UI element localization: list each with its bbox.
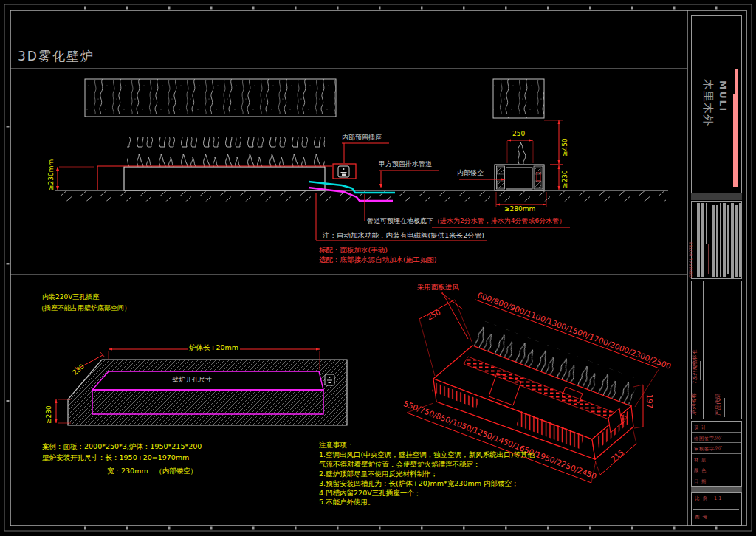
row-value: //// bbox=[714, 435, 721, 441]
pipe-note-red: （进水为2分水管，排水为4分管或6分水管） bbox=[433, 217, 566, 224]
note-line: 3.预留安装凹槽孔为：长(炉体+20)mm*宽230mm 内部镂空； bbox=[319, 480, 518, 487]
install-cutout-view bbox=[55, 348, 348, 426]
drain-note: 甲方预留排水管道 bbox=[379, 161, 432, 168]
row-label: 审核签字 bbox=[694, 446, 715, 453]
titleblock-rows: 设 计 绘图签字//// 审核签字//// 材 质 颜 色 日 期 bbox=[691, 421, 742, 487]
scale-label: 比 例 bbox=[695, 496, 708, 501]
titleblock-row: 审核签字//// bbox=[692, 443, 741, 454]
series-value: 7系列规格标准 bbox=[693, 350, 698, 384]
row-label: 绘图签字 bbox=[694, 436, 715, 442]
row-label: 材 质 bbox=[694, 457, 707, 464]
texture-panels bbox=[85, 79, 544, 118]
dim-length: 炉体长+20mm bbox=[188, 344, 240, 351]
brand-accent-bar bbox=[733, 94, 738, 187]
optional-config: 选配：底部接水源自动加水(施工如图) bbox=[319, 256, 436, 264]
note-line: 1.空调出风口(中央空调，壁挂空调，独立空调，新风系统出口)等其他 bbox=[319, 451, 535, 458]
general-notes-label: GENERAL NOTES bbox=[689, 241, 693, 278]
brand-name-cn: 木里木外 bbox=[702, 79, 713, 126]
case-line1: 案例：面板：2000*250*3,炉体：1950*215*200 bbox=[42, 443, 202, 450]
page-title: 3D雾化壁炉 bbox=[18, 50, 94, 63]
socket-symbol-2 bbox=[325, 374, 334, 385]
cutout-label: 壁炉开孔尺寸 bbox=[172, 377, 212, 383]
series-label: 系列名称 bbox=[691, 393, 697, 415]
titleblock-row: 日 期 bbox=[692, 475, 741, 487]
standard-config: 标配：面板加水(手动) bbox=[319, 247, 388, 254]
case-line3: 宽：230mm （内部镂空） bbox=[107, 467, 197, 475]
row-label: 颜 色 bbox=[694, 467, 707, 474]
auto-water-note: 注：自动加水功能，内装有电磁阀(提供1米长2分管) bbox=[323, 232, 484, 239]
titleblock-divider bbox=[691, 193, 742, 200]
note-line: 气流不得对着壁炉位置，会使壁炉火焰漂浮不稳定； bbox=[319, 461, 481, 468]
install-socket-subtitle: （插座不能占用壁炉底部空间） bbox=[38, 305, 131, 312]
dim-wall-height: ≥230mm bbox=[48, 159, 55, 190]
pipe-note-prefix: 管道可预埋在地板底下 bbox=[367, 217, 433, 224]
install-socket-title: 内装220V三孔插座 bbox=[42, 294, 99, 300]
scale-value: 1:1 bbox=[714, 496, 721, 501]
pipe-note: 管道可预埋在地板底下（进水为2分水管，排水为4分管或6分水管） bbox=[367, 218, 566, 224]
case-line2: 壁炉安装开孔尺寸：长：1950+20=1970mm bbox=[42, 454, 189, 461]
note-line: 4.凹槽内留220V三孔插座一个； bbox=[319, 489, 421, 497]
dim-unit-height: ≥230 bbox=[562, 170, 568, 188]
note-line: 5.不能户外使用。 bbox=[319, 498, 375, 506]
titleblock-scale-box: 比 例 1:1 图 号 bbox=[691, 492, 742, 526]
dim-wall-height bbox=[56, 167, 94, 190]
titleblock-notes-box bbox=[691, 201, 742, 279]
flame-row bbox=[127, 137, 325, 167]
note-line: 2.壁炉顶部尽量不使用反光材料制作； bbox=[319, 470, 438, 478]
titleblock-row: 颜 色 bbox=[692, 464, 741, 475]
dim-flame-width: 250 bbox=[512, 131, 525, 137]
cad-sheet: 3D雾化壁炉 内部预留插座 甲方预留排水管道 内部镂空 管道可预埋在地板底下（进… bbox=[0, 0, 756, 536]
titleblock-row: 绘图签字//// bbox=[692, 433, 741, 444]
flame bbox=[518, 142, 526, 164]
notes-title: 注意事项： bbox=[319, 441, 354, 449]
sheet-number-label: 图 号 bbox=[695, 515, 708, 520]
brand-name-en: MULI bbox=[718, 80, 728, 112]
intake-note: 采用面板进风 bbox=[417, 284, 459, 291]
dim-recess-width: ≥280mm bbox=[504, 206, 535, 213]
dim-height-3d: 197 bbox=[645, 394, 653, 408]
socket-note: 内部预留插座 bbox=[342, 134, 382, 141]
dim-height: ≥230 bbox=[46, 405, 52, 424]
socket-symbol bbox=[338, 166, 349, 177]
titleblock-row: 材 质 bbox=[692, 454, 741, 465]
product-code-label: 产品代码 bbox=[715, 394, 721, 416]
row-value: //// bbox=[714, 445, 721, 451]
titleblock-divider bbox=[691, 487, 742, 492]
elevation-view bbox=[56, 137, 570, 241]
row-label: 设 计 bbox=[694, 425, 707, 431]
row-label: 日 期 bbox=[694, 478, 707, 485]
hollow-note: 内部镂空 bbox=[457, 170, 484, 176]
titleblock-row: 设 计 bbox=[692, 422, 741, 433]
dim-above-clearance: ≥450 bbox=[562, 138, 568, 157]
